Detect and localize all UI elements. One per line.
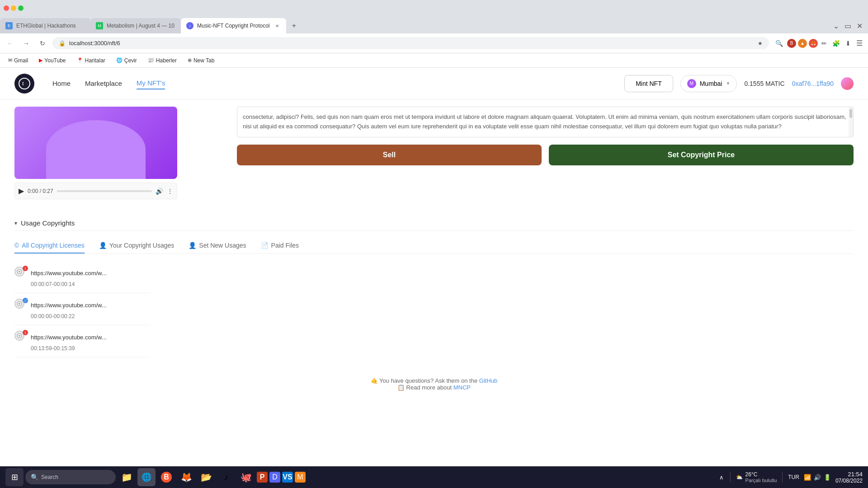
weather-icon: ⛅ [736, 474, 743, 480]
back-button[interactable]: ← [4, 37, 16, 50]
taskbar-app-vscode[interactable]: VS [282, 472, 293, 483]
footer-read-more-row: 📋 Read more about MNCP [11, 384, 857, 391]
action-buttons: Sell Set Copyright Price [237, 145, 854, 165]
reload-button[interactable]: ↻ [36, 37, 49, 50]
bookmark-haberler[interactable]: 📰 Haberler [145, 56, 179, 65]
tab3-title: Music-NFT Copyright Protocol [197, 23, 270, 29]
progress-bar[interactable] [57, 190, 152, 192]
license-list: ! https://www.youtube.com/w... 00:00:07-… [14, 261, 854, 357]
tab-down-arrow[interactable]: ⌄ [831, 20, 841, 32]
mint-nft-button[interactable]: Mint NFT [624, 75, 673, 92]
edit-icon[interactable]: ✏ [820, 38, 829, 49]
taskbar-app-spotify[interactable]: ♪ [217, 468, 235, 486]
copyright-tabs: © All Copyright Licenses 👤 Your Copyrigh… [14, 238, 854, 254]
taskbar-app-discord[interactable]: D [269, 472, 280, 483]
paid-files-label: Paid Files [271, 242, 299, 249]
github-link[interactable]: GitHub [479, 377, 497, 384]
clock-date: 07/08/2022 [835, 478, 863, 484]
bookmark-gmail[interactable]: ✉ Gmail [5, 56, 31, 65]
new-tab-button[interactable]: + [288, 19, 301, 32]
wallet-avatar [841, 77, 854, 90]
taskbar-app-brave[interactable]: B [157, 468, 175, 486]
play-button[interactable]: ▶ [19, 187, 24, 195]
more-options-button[interactable]: ⋮ [167, 188, 173, 195]
bookmark-gmail-label: Gmail [14, 57, 28, 64]
mncp-link[interactable]: MNCP [453, 384, 471, 391]
search-button[interactable]: 🔍 [773, 37, 785, 50]
bookmark-cevir[interactable]: 🌐 Çevir [113, 56, 140, 65]
tray-up-arrow[interactable]: ∧ [718, 473, 725, 482]
section-header[interactable]: ▾ Usage Copyrights [14, 216, 854, 231]
bookmark-star-icon[interactable]: ★ [758, 40, 763, 47]
taskbar-app-files[interactable]: 📁 [118, 468, 136, 486]
bookmark-newtab[interactable]: ⊕ New Tab [185, 56, 217, 65]
weather-info: 26°C Parçalı bulutlu [745, 471, 777, 483]
taskbar-app-github[interactable]: 🐙 [237, 468, 255, 486]
description-text: consectetur, adipisci? Felis, sed quis n… [243, 113, 846, 130]
taskbar-app-chrome[interactable]: 🌐 [137, 468, 156, 486]
bookmark-haritalar[interactable]: 📍 Haritalar [74, 56, 108, 65]
nav-home[interactable]: Home [52, 78, 71, 89]
taskbar-app-metamask[interactable]: M [295, 472, 306, 483]
tab3-close[interactable]: ✕ [274, 22, 281, 29]
taskbar-separator-2 [782, 472, 783, 483]
nav-my-nfts[interactable]: My NFT's [137, 77, 165, 89]
license-badge-1: ! [23, 266, 28, 271]
battery-icon[interactable]: 🔋 [823, 473, 832, 482]
browser-chrome: E ETHGlobal | Hackathons M Metabolism | … [0, 0, 868, 68]
extensions-icon[interactable]: 🧩 [830, 38, 842, 49]
network-selector[interactable]: M Mumbai ▼ [680, 75, 737, 92]
license-badge-3: ! [23, 330, 28, 335]
wifi-icon[interactable]: 📶 [803, 473, 812, 482]
maximize-btn[interactable] [18, 5, 24, 11]
wallet-address[interactable]: 0xaf76...1ffa90 [792, 80, 834, 87]
volume-button[interactable]: 🔊 [156, 188, 163, 195]
your-usages-label: Your Copyright Usages [109, 242, 174, 249]
taskbar-search[interactable]: 🔍 Search [25, 470, 116, 484]
system-icons-group: 📶 🔊 🔋 [803, 473, 832, 482]
tab1-favicon: E [5, 22, 13, 29]
app-logo [14, 74, 34, 94]
sell-button[interactable]: Sell [237, 145, 542, 165]
license-url-2: https://www.youtube.com/w... [31, 302, 107, 309]
minimize-btn[interactable] [11, 5, 16, 11]
footer-read-more-text: 📋 Read more about [397, 384, 452, 391]
window-close[interactable]: ✕ [855, 20, 864, 32]
footer-question-row: 🤙 You have questions? Ask them on the Gi… [11, 377, 857, 384]
browser-tab-3[interactable]: ♪ Music-NFT Copyright Protocol ✕ [181, 18, 286, 33]
taskbar-app-explorer[interactable]: 📂 [197, 468, 215, 486]
taskbar-app-office[interactable]: P [257, 472, 268, 483]
taskbar-app-firefox[interactable]: 🦊 [177, 468, 195, 486]
bookmark-youtube[interactable]: ▶ YouTube [36, 56, 68, 65]
media-player-area: ▶ 0:00 / 0:27 🔊 ⋮ [14, 107, 222, 199]
set-copyright-button[interactable]: Set Copyright Price [549, 145, 854, 165]
tab-your-copyright-usages[interactable]: 👤 Your Copyright Usages [99, 238, 174, 253]
sound-icon[interactable]: 🔊 [813, 473, 822, 482]
address-bar[interactable]: 🔒 localhost:3000/nft/6 ★ [52, 37, 769, 49]
nav-marketplace[interactable]: Marketplace [85, 78, 122, 89]
taskbar: ⊞ 🔍 Search 📁 🌐 B 🦊 📂 ♪ 🐙 P D VS M ∧ ⛅ 26… [0, 466, 868, 488]
start-button[interactable]: ⊞ [5, 468, 24, 486]
tab-paid-files[interactable]: 📄 Paid Files [261, 238, 299, 253]
close-btn[interactable] [4, 5, 9, 11]
forward-button[interactable]: → [20, 37, 33, 50]
tab2-favicon: M [96, 22, 103, 29]
app-nav: Home Marketplace My NFT's [52, 77, 606, 89]
restore-button[interactable]: ▭ [843, 20, 853, 32]
footer-question-text: 🤙 You have questions? Ask them on the [371, 377, 477, 384]
album-art-figure [46, 120, 146, 179]
browser-tab-1[interactable]: E ETHGlobal | Hackathons [0, 18, 90, 33]
downloads-icon[interactable]: ⬇ [844, 38, 853, 49]
extension-icon-2[interactable]: 🦊 [809, 39, 818, 48]
tab-all-copyright-licenses[interactable]: © All Copyright Licenses [14, 238, 85, 253]
brave-shield[interactable]: B [787, 39, 796, 48]
svg-point-1 [23, 82, 26, 85]
tab-set-new-usages[interactable]: 👤 Set New Usages [189, 238, 246, 253]
time-display: 0:00 / 0:27 [28, 188, 53, 194]
matic-balance: 0.1555 MATIC [744, 80, 784, 87]
browser-tab-2[interactable]: M Metabolism | August 4 — 10 [90, 18, 181, 33]
menu-icon[interactable]: ☰ [854, 37, 864, 49]
license-url-1: https://www.youtube.com/w... [31, 270, 107, 277]
extension-icon-1[interactable]: ▲ [798, 39, 807, 48]
license-time-3: 00:13:59-00:15:39 [14, 345, 150, 352]
